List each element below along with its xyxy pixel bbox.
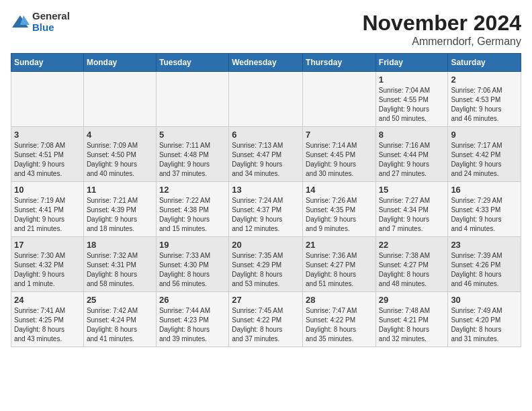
calendar-cell: 10Sunrise: 7:19 AM Sunset: 4:41 PM Dayli… xyxy=(11,182,84,237)
day-number: 5 xyxy=(159,130,226,140)
day-info: Sunrise: 7:47 AM Sunset: 4:22 PM Dayligh… xyxy=(306,306,373,344)
day-number: 9 xyxy=(451,130,518,140)
logo-general-text: General xyxy=(32,11,70,22)
calendar-cell: 5Sunrise: 7:11 AM Sunset: 4:48 PM Daylig… xyxy=(156,127,228,182)
day-info: Sunrise: 7:49 AM Sunset: 4:20 PM Dayligh… xyxy=(451,306,518,344)
col-wednesday: Wednesday xyxy=(229,54,303,72)
day-info: Sunrise: 7:44 AM Sunset: 4:23 PM Dayligh… xyxy=(159,306,226,344)
day-info: Sunrise: 7:17 AM Sunset: 4:42 PM Dayligh… xyxy=(451,141,518,179)
day-info: Sunrise: 7:41 AM Sunset: 4:25 PM Dayligh… xyxy=(14,306,81,344)
title-section: November 2024 Ammerndorf, Germany xyxy=(362,11,521,48)
day-info: Sunrise: 7:38 AM Sunset: 4:27 PM Dayligh… xyxy=(379,251,445,289)
calendar-cell: 30Sunrise: 7:49 AM Sunset: 4:20 PM Dayli… xyxy=(448,292,521,347)
day-info: Sunrise: 7:27 AM Sunset: 4:34 PM Dayligh… xyxy=(379,196,445,234)
logo: General Blue xyxy=(11,11,70,33)
day-info: Sunrise: 7:11 AM Sunset: 4:48 PM Dayligh… xyxy=(159,141,226,179)
calendar-cell xyxy=(83,72,156,127)
calendar-body: 1Sunrise: 7:04 AM Sunset: 4:55 PM Daylig… xyxy=(11,72,521,347)
day-info: Sunrise: 7:13 AM Sunset: 4:47 PM Dayligh… xyxy=(232,141,300,179)
day-number: 11 xyxy=(87,185,153,195)
calendar-cell: 22Sunrise: 7:38 AM Sunset: 4:27 PM Dayli… xyxy=(375,237,448,292)
calendar-cell: 4Sunrise: 7:09 AM Sunset: 4:50 PM Daylig… xyxy=(83,127,156,182)
calendar-cell: 2Sunrise: 7:06 AM Sunset: 4:53 PM Daylig… xyxy=(448,72,521,127)
day-info: Sunrise: 7:04 AM Sunset: 4:55 PM Dayligh… xyxy=(379,86,445,124)
calendar-cell: 19Sunrise: 7:33 AM Sunset: 4:30 PM Dayli… xyxy=(156,237,228,292)
day-info: Sunrise: 7:42 AM Sunset: 4:24 PM Dayligh… xyxy=(87,306,153,344)
day-number: 17 xyxy=(14,240,81,250)
day-info: Sunrise: 7:16 AM Sunset: 4:44 PM Dayligh… xyxy=(379,141,445,179)
day-number: 19 xyxy=(159,240,226,250)
col-sunday: Sunday xyxy=(11,54,84,72)
calendar-header: Sunday Monday Tuesday Wednesday Thursday… xyxy=(11,54,521,72)
day-number: 15 xyxy=(379,185,445,195)
day-info: Sunrise: 7:24 AM Sunset: 4:37 PM Dayligh… xyxy=(232,196,300,234)
day-info: Sunrise: 7:48 AM Sunset: 4:21 PM Dayligh… xyxy=(379,306,445,344)
day-info: Sunrise: 7:35 AM Sunset: 4:29 PM Dayligh… xyxy=(232,251,300,289)
calendar-cell: 24Sunrise: 7:41 AM Sunset: 4:25 PM Dayli… xyxy=(11,292,84,347)
calendar-cell: 16Sunrise: 7:29 AM Sunset: 4:33 PM Dayli… xyxy=(448,182,521,237)
day-number: 4 xyxy=(87,130,153,140)
calendar-cell: 14Sunrise: 7:26 AM Sunset: 4:35 PM Dayli… xyxy=(303,182,376,237)
calendar-cell: 1Sunrise: 7:04 AM Sunset: 4:55 PM Daylig… xyxy=(375,72,448,127)
day-info: Sunrise: 7:32 AM Sunset: 4:31 PM Dayligh… xyxy=(87,251,153,289)
day-number: 29 xyxy=(379,295,445,305)
calendar-cell xyxy=(303,72,376,127)
calendar-cell: 18Sunrise: 7:32 AM Sunset: 4:31 PM Dayli… xyxy=(83,237,156,292)
calendar-week-1: 1Sunrise: 7:04 AM Sunset: 4:55 PM Daylig… xyxy=(11,72,521,127)
calendar-cell: 28Sunrise: 7:47 AM Sunset: 4:22 PM Dayli… xyxy=(303,292,376,347)
calendar-cell: 3Sunrise: 7:08 AM Sunset: 4:51 PM Daylig… xyxy=(11,127,84,182)
day-number: 16 xyxy=(451,185,518,195)
logo-blue-text: Blue xyxy=(32,22,70,34)
calendar-cell: 25Sunrise: 7:42 AM Sunset: 4:24 PM Dayli… xyxy=(83,292,156,347)
day-number: 8 xyxy=(379,130,445,140)
day-number: 13 xyxy=(232,185,300,195)
day-number: 14 xyxy=(306,185,373,195)
day-info: Sunrise: 7:33 AM Sunset: 4:30 PM Dayligh… xyxy=(159,251,226,289)
day-number: 22 xyxy=(379,240,445,250)
calendar-week-5: 24Sunrise: 7:41 AM Sunset: 4:25 PM Dayli… xyxy=(11,292,521,347)
page-header: General Blue November 2024 Ammerndorf, G… xyxy=(11,11,521,48)
calendar-cell xyxy=(156,72,228,127)
day-number: 10 xyxy=(14,185,81,195)
day-info: Sunrise: 7:06 AM Sunset: 4:53 PM Dayligh… xyxy=(451,86,518,124)
col-saturday: Saturday xyxy=(448,54,521,72)
calendar-cell: 27Sunrise: 7:45 AM Sunset: 4:22 PM Dayli… xyxy=(229,292,303,347)
day-number: 2 xyxy=(451,75,518,85)
calendar-cell xyxy=(11,72,84,127)
day-info: Sunrise: 7:45 AM Sunset: 4:22 PM Dayligh… xyxy=(232,306,300,344)
day-number: 3 xyxy=(14,130,81,140)
calendar-week-4: 17Sunrise: 7:30 AM Sunset: 4:32 PM Dayli… xyxy=(11,237,521,292)
col-monday: Monday xyxy=(83,54,156,72)
day-number: 1 xyxy=(379,75,445,85)
day-number: 12 xyxy=(159,185,226,195)
calendar-cell: 9Sunrise: 7:17 AM Sunset: 4:42 PM Daylig… xyxy=(448,127,521,182)
day-info: Sunrise: 7:36 AM Sunset: 4:27 PM Dayligh… xyxy=(306,251,373,289)
day-info: Sunrise: 7:14 AM Sunset: 4:45 PM Dayligh… xyxy=(306,141,373,179)
col-friday: Friday xyxy=(375,54,448,72)
calendar-cell: 15Sunrise: 7:27 AM Sunset: 4:34 PM Dayli… xyxy=(375,182,448,237)
day-info: Sunrise: 7:29 AM Sunset: 4:33 PM Dayligh… xyxy=(451,196,518,234)
day-number: 6 xyxy=(232,130,300,140)
day-info: Sunrise: 7:30 AM Sunset: 4:32 PM Dayligh… xyxy=(14,251,81,289)
day-number: 24 xyxy=(14,295,81,305)
calendar-week-2: 3Sunrise: 7:08 AM Sunset: 4:51 PM Daylig… xyxy=(11,127,521,182)
day-info: Sunrise: 7:19 AM Sunset: 4:41 PM Dayligh… xyxy=(14,196,81,234)
header-row: Sunday Monday Tuesday Wednesday Thursday… xyxy=(11,54,521,72)
calendar-cell: 12Sunrise: 7:22 AM Sunset: 4:38 PM Dayli… xyxy=(156,182,228,237)
logo-icon xyxy=(11,13,30,32)
calendar-cell: 13Sunrise: 7:24 AM Sunset: 4:37 PM Dayli… xyxy=(229,182,303,237)
calendar-cell xyxy=(229,72,303,127)
day-info: Sunrise: 7:39 AM Sunset: 4:26 PM Dayligh… xyxy=(451,251,518,289)
day-info: Sunrise: 7:21 AM Sunset: 4:39 PM Dayligh… xyxy=(87,196,153,234)
calendar-table: Sunday Monday Tuesday Wednesday Thursday… xyxy=(11,53,521,347)
day-number: 27 xyxy=(232,295,300,305)
calendar-cell: 23Sunrise: 7:39 AM Sunset: 4:26 PM Dayli… xyxy=(448,237,521,292)
calendar-week-3: 10Sunrise: 7:19 AM Sunset: 4:41 PM Dayli… xyxy=(11,182,521,237)
calendar-cell: 26Sunrise: 7:44 AM Sunset: 4:23 PM Dayli… xyxy=(156,292,228,347)
day-info: Sunrise: 7:09 AM Sunset: 4:50 PM Dayligh… xyxy=(87,141,153,179)
day-number: 23 xyxy=(451,240,518,250)
col-tuesday: Tuesday xyxy=(156,54,228,72)
day-number: 26 xyxy=(159,295,226,305)
day-number: 18 xyxy=(87,240,153,250)
month-title: November 2024 xyxy=(362,11,521,36)
